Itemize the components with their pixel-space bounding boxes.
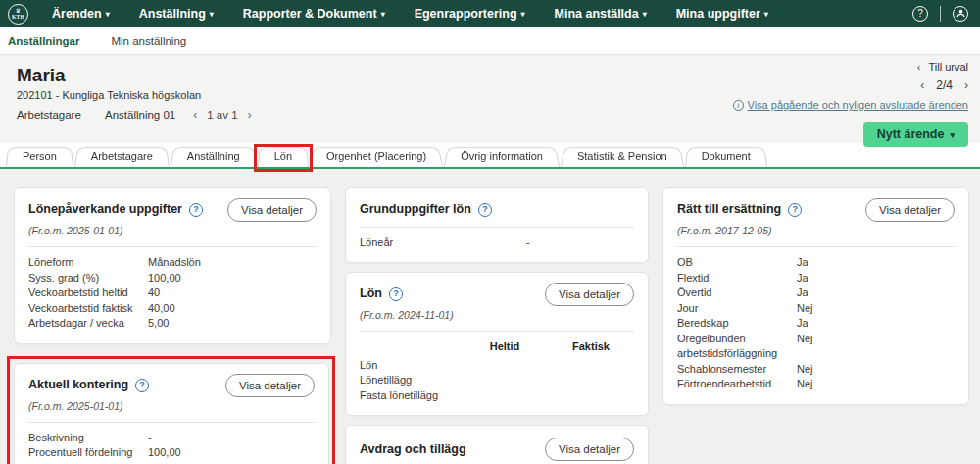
data-row: Veckoarbetstid heltid40	[28, 285, 317, 301]
help-icon[interactable]: ?	[135, 379, 149, 392]
visa-detaljer-button[interactable]: Visa detaljer	[545, 283, 634, 306]
data-row: Löneår-	[360, 235, 634, 250]
data-row: Procentuell fördelning100,00	[28, 445, 315, 461]
tab-arbetstagare[interactable]: Arbetstagare	[74, 146, 170, 167]
tab-statistik-pension[interactable]: Statistik & Pension	[561, 146, 684, 167]
card-title: Aktuell kontering	[28, 374, 128, 391]
table-row: Fasta lönetillägg	[360, 388, 634, 404]
show-cases-link[interactable]: i Visa pågående och nyligen avslutade är…	[733, 99, 968, 111]
divider	[940, 6, 941, 22]
page-header: Maria 202101 - Kungliga Tekniska högskol…	[0, 55, 980, 143]
chevron-down-icon: ▾	[381, 10, 385, 19]
brand-text: KTH	[12, 14, 24, 20]
subnav-min-anstallning[interactable]: Min anställning	[111, 35, 186, 47]
divider	[28, 422, 315, 423]
role-label: Arbetstagare	[17, 109, 105, 121]
help-icon[interactable]: ?	[389, 287, 403, 301]
card-lonepaverkande-uppgifter: Lönepåverkande uppgifter ? Visa detaljer…	[14, 187, 331, 344]
profile-icon[interactable]	[953, 6, 968, 22]
card-avdrag-och-tillagg: Avdrag och tillägg Visa detaljer	[345, 425, 649, 464]
data-row: Beskrivning-	[28, 431, 315, 446]
info-icon: i	[733, 100, 744, 111]
data-row: JourNej	[677, 301, 955, 317]
chevron-down-icon: ▾	[643, 10, 647, 19]
page-indicator: 2/4	[936, 78, 953, 92]
data-row: Arbetsdagar / vecka5,00	[28, 316, 317, 332]
menu-rapporter-dokument[interactable]: Rapporter & Dokument▾	[243, 7, 385, 21]
column-heltid: Heltid	[462, 339, 548, 355]
card-aktuell-kontering: Aktuell kontering ? Visa detaljer (Fr.o.…	[14, 363, 329, 464]
help-icon[interactable]: ?	[189, 203, 203, 217]
employment-label: Anställning 01	[105, 109, 175, 121]
visa-detaljer-button[interactable]: Visa detaljer	[227, 198, 317, 222]
visa-detaljer-button[interactable]: Visa detaljer	[545, 438, 634, 461]
tab-ovrig-information[interactable]: Övrig information	[444, 146, 560, 167]
valid-from: (Fr.o.m. 2017-12-05)	[677, 225, 955, 236]
visa-detaljer-button[interactable]: Visa detaljer	[865, 198, 955, 222]
data-row: ÖvertidJa	[677, 285, 955, 301]
chevron-left-icon[interactable]: ‹	[920, 78, 924, 92]
data-row: BeredskapJa	[677, 316, 955, 332]
card-grunduppgifter-lon: Grunduppgifter lön ? Löneår-	[345, 187, 649, 263]
data-row: OrgenhetTEBB	[28, 461, 315, 464]
valid-from: (Fr.o.m. 2025-01-01)	[28, 225, 317, 236]
table-row: Lön	[360, 358, 634, 374]
card-title: Rätt till ersättning	[677, 198, 781, 216]
data-row: FörtroendearbetstidNej	[677, 377, 955, 392]
chevron-down-icon: ▾	[950, 130, 955, 140]
column-faktisk: Faktisk	[548, 339, 634, 355]
data-row: OBJa	[677, 255, 955, 271]
card-title: Grunduppgifter lön	[360, 198, 471, 216]
card-ratt-till-ersattning: Rätt till ersättning ? Visa detaljer (Fr…	[662, 187, 969, 405]
card-title: Lön	[360, 283, 382, 300]
till-urval-link[interactable]: ‹Till urval	[733, 61, 968, 73]
card-lon: Lön ? Visa detaljer (Fr.o.m. 2024-11-01)…	[345, 272, 649, 416]
tab-lon[interactable]: Lön	[258, 146, 309, 167]
chevron-down-icon: ▾	[521, 10, 525, 19]
data-row: Oregelbunden arbetstidsförläggningNej	[677, 332, 955, 362]
tab-orgenhet[interactable]: Orgenhet (Placering)	[310, 146, 443, 167]
table-row: Lönetillägg	[360, 373, 634, 388]
sub-navbar: Anställningar Min anställning	[0, 27, 980, 55]
help-icon[interactable]: ?	[912, 6, 928, 22]
card-title: Avdrag och tillägg	[360, 442, 466, 456]
data-row: SchablonsemesterNej	[677, 362, 955, 378]
chevron-down-icon: ▾	[764, 10, 768, 19]
menu-egenrapportering[interactable]: Egenrapportering▾	[415, 7, 525, 21]
employment-pager: ‹ 1 av 1 ›	[193, 108, 251, 122]
divider	[28, 246, 317, 247]
chevron-left-icon[interactable]: ‹	[193, 108, 197, 122]
chevron-right-icon[interactable]: ›	[248, 108, 252, 122]
lon-tab-content: Lönepåverkande uppgifter ? Visa detaljer…	[0, 169, 980, 464]
tab-dokument[interactable]: Dokument	[685, 146, 767, 167]
main-menu: Ärenden▾ Anställning▾ Rapporter & Dokume…	[52, 7, 768, 21]
top-navbar: ♛ KTH Ärenden▾ Anställning▾ Rapporter & …	[0, 0, 980, 27]
chevron-left-icon: ‹	[917, 61, 921, 73]
person-glyph	[956, 8, 966, 19]
menu-arenden[interactable]: Ärenden▾	[52, 7, 110, 21]
divider	[360, 227, 634, 228]
help-icon[interactable]: ?	[478, 203, 492, 217]
card-title: Lönepåverkande uppgifter	[28, 198, 182, 216]
menu-mina-anstallda[interactable]: Mina anställda▾	[555, 7, 647, 21]
menu-mina-uppgifter[interactable]: Mina uppgifter▾	[676, 7, 768, 21]
menu-anstallning[interactable]: Anställning▾	[139, 7, 214, 21]
data-row: FlextidJa	[677, 271, 955, 286]
visa-detaljer-button[interactable]: Visa detaljer	[225, 374, 315, 397]
data-row: Syss. grad (%)100,00	[28, 271, 317, 286]
chevron-right-icon[interactable]: ›	[964, 78, 968, 92]
data-row: Veckoarbetstid faktisk40,00	[28, 301, 317, 317]
record-pager: ‹ 2/4 ›	[733, 78, 968, 92]
subnav-anstallningar[interactable]: Anställningar	[8, 35, 79, 47]
pager-label: 1 av 1	[207, 109, 237, 121]
chevron-down-icon: ▾	[210, 10, 214, 19]
help-icon[interactable]: ?	[788, 203, 802, 217]
tab-person[interactable]: Person	[6, 146, 74, 167]
chevron-down-icon: ▾	[106, 10, 110, 19]
divider	[677, 246, 955, 247]
data-row: LöneformMånadslön	[28, 255, 317, 271]
new-case-button[interactable]: Nytt ärende▾	[863, 122, 968, 147]
table-header-row: Heltid Faktisk	[360, 339, 634, 355]
tab-anstallning[interactable]: Anställning	[171, 146, 257, 167]
red-annotation-box: Aktuell kontering ? Visa detaljer (Fr.o.…	[7, 356, 335, 464]
